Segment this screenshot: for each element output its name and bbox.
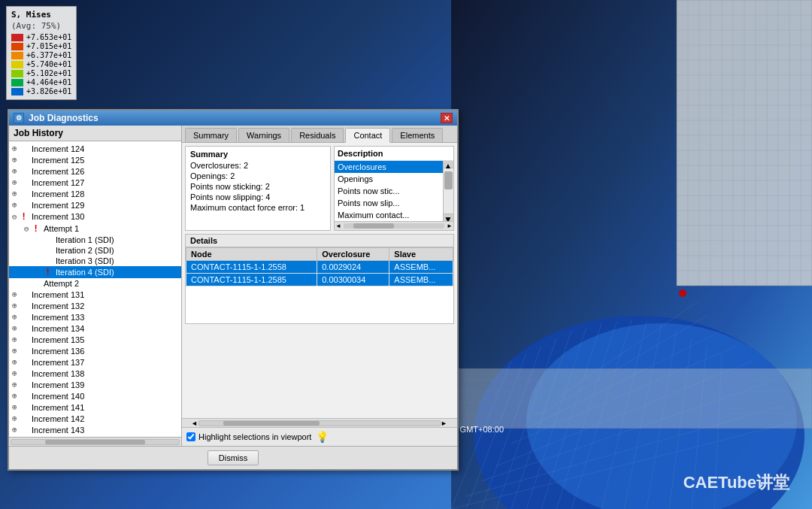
tree-item-iter1[interactable]: Iteration 1 (SDI): [9, 235, 181, 245]
tree-label: Increment 134: [32, 324, 84, 333]
legend-color-swatch: [11, 88, 23, 95]
tree-error-icon: !: [33, 223, 44, 234]
tree-item-iter3[interactable]: Iteration 3 (SDI): [9, 256, 181, 266]
details-cell: CONTACT-1115-1-1.2558: [186, 261, 317, 274]
tree-item-inc142[interactable]: ⊕ Increment 142: [9, 413, 181, 424]
tree-expand-icon[interactable]: ⊕: [12, 380, 21, 389]
tree-expand-icon[interactable]: ⊕: [12, 144, 21, 153]
tree-item-inc125[interactable]: ⊕ Increment 125: [9, 154, 181, 165]
legend-value: +3.826e+01: [26, 87, 71, 95]
tree-item-inc126[interactable]: ⊕ Increment 126: [9, 165, 181, 177]
tree-expand-icon[interactable]: ⊕: [12, 346, 21, 356]
tree-expand-icon[interactable]: ⊕: [12, 323, 21, 333]
tree-horizontal-scrollbar[interactable]: [9, 437, 181, 446]
tree-item-inc137[interactable]: ⊕ Increment 137: [9, 356, 181, 368]
tree-expand-icon[interactable]: ⊕: [12, 425, 21, 435]
tree-label: Iteration 3 (SDI): [56, 256, 114, 265]
details-cell: ASSEMB...: [389, 261, 453, 274]
tree-item-inc143[interactable]: ⊕ Increment 143: [9, 424, 181, 435]
legend-color-swatch: [11, 61, 23, 68]
details-column-header: Slave: [389, 248, 453, 261]
tree-item-att2[interactable]: Attempt 2: [9, 278, 181, 289]
job-history-tree[interactable]: ⊕ Increment 124⊕ Increment 125⊕ Incremen…: [9, 141, 181, 437]
tree-item-inc135[interactable]: ⊕ Increment 135: [9, 334, 181, 345]
tree-item-iter4[interactable]: !Iteration 4 (SDI): [9, 266, 181, 278]
tree-item-inc132[interactable]: ⊕ Increment 132: [9, 300, 181, 311]
tabs-bar: SummaryWarningsResidualsContactElements: [182, 126, 457, 143]
summary-item: Points now sticking: 2: [190, 182, 326, 191]
tree-expand-icon[interactable]: ⊕: [12, 391, 21, 401]
mesh-visualization: [451, 0, 812, 509]
tree-item-inc136[interactable]: ⊕ Increment 136: [9, 345, 181, 356]
legend-value: +6.377e+01: [26, 51, 71, 59]
summary-item: Overclosures: 2: [190, 161, 326, 170]
description-list[interactable]: OverclosuresOpeningsPoints now stic...Po…: [335, 161, 443, 221]
tree-item-inc141[interactable]: ⊕ Increment 141: [9, 401, 181, 413]
highlight-checkbox[interactable]: [186, 432, 195, 441]
tree-expand-icon[interactable]: ⊕: [12, 189, 21, 198]
tree-expand-icon[interactable]: ⊕: [12, 402, 21, 412]
tree-label: Increment 137: [32, 358, 84, 367]
description-item[interactable]: Points now slip...: [335, 197, 443, 209]
tree-item-inc127[interactable]: ⊕ Increment 127: [9, 177, 181, 188]
tree-expand-icon[interactable]: ⊖: [12, 212, 21, 222]
legend-color-swatch: [11, 70, 23, 77]
dialog-close-button[interactable]: ✕: [441, 113, 453, 123]
tree-item-inc130[interactable]: ⊖!Increment 130: [9, 211, 181, 223]
right-panel-horiz-scrollbar[interactable]: ◄ ►: [182, 418, 457, 427]
tree-label: Increment 135: [32, 335, 84, 344]
tree-item-att1[interactable]: ⊖!Attempt 1: [9, 223, 181, 235]
tree-item-inc128[interactable]: ⊕ Increment 128: [9, 188, 181, 199]
tree-expand-icon[interactable]: ⊕: [12, 166, 21, 176]
dismiss-button[interactable]: Dismiss: [208, 450, 259, 465]
tree-item-inc133[interactable]: ⊕ Increment 133: [9, 311, 181, 323]
description-item[interactable]: Maximum contact...: [335, 209, 443, 221]
tree-item-inc139[interactable]: ⊕ Increment 139: [9, 379, 181, 390]
legend-value: +7.653e+01: [26, 33, 71, 41]
tab-residuals[interactable]: Residuals: [291, 128, 344, 142]
tree-expand-icon[interactable]: ⊕: [12, 357, 21, 367]
legend-subtitle: (Avg: 75%): [11, 21, 71, 31]
tab-contact[interactable]: Contact: [345, 128, 390, 143]
tree-expand-icon[interactable]: ⊕: [12, 177, 21, 187]
summary-items: Overclosures: 2Openings: 2Points now sti…: [190, 161, 326, 212]
description-item[interactable]: Overclosures: [335, 161, 443, 173]
details-row[interactable]: CONTACT-1115-1-1.25580.0029024ASSEMB...: [186, 261, 453, 274]
details-row[interactable]: CONTACT-1115-1-1.25850.00300034ASSEMB...: [186, 274, 453, 286]
tab-warnings[interactable]: Warnings: [238, 128, 289, 142]
tree-item-inc131[interactable]: ⊕ Increment 131: [9, 289, 181, 300]
tree-expand-icon[interactable]: ⊕: [12, 155, 21, 165]
tree-expand-icon[interactable]: ⊕: [12, 312, 21, 322]
highlight-label: Highlight selections in viewport: [198, 432, 311, 441]
spacer: [185, 327, 454, 416]
tree-item-inc138[interactable]: ⊕ Increment 138: [9, 368, 181, 379]
summary-title: Summary: [190, 150, 326, 159]
highlight-checkbox-label[interactable]: Highlight selections in viewport: [186, 432, 311, 441]
legend-value: +7.015e+01: [26, 42, 71, 50]
dialog-titlebar[interactable]: ⚙ Job Diagnostics ✕: [9, 111, 457, 126]
description-item[interactable]: Openings: [335, 173, 443, 185]
tree-error-icon: !: [45, 267, 56, 277]
tree-expand-icon[interactable]: ⊕: [12, 200, 21, 210]
description-item[interactable]: Points now stic...: [335, 185, 443, 197]
tree-item-iter2[interactable]: Iteration 2 (SDI): [9, 245, 181, 256]
tab-summary[interactable]: Summary: [185, 128, 237, 142]
legend-color-swatch: [11, 34, 23, 41]
details-cell: 0.00300034: [317, 274, 389, 286]
desc-scrollbar[interactable]: ▲ ▼: [443, 161, 453, 221]
tree-label: Increment 140: [32, 392, 84, 401]
tree-expand-icon[interactable]: ⊕: [12, 368, 21, 378]
tree-item-inc134[interactable]: ⊕ Increment 134: [9, 323, 181, 334]
tree-item-inc140[interactable]: ⊕ Increment 140: [9, 390, 181, 401]
tree-expand-icon[interactable]: ⊕: [12, 414, 21, 423]
tree-item-inc129[interactable]: ⊕ Increment 129: [9, 199, 181, 211]
desc-horiz-scrollbar[interactable]: ◄ ►: [335, 221, 453, 230]
legend-color-swatch: [11, 52, 23, 59]
tree-expand-icon[interactable]: ⊖: [24, 224, 33, 234]
tree-expand-icon[interactable]: ⊕: [12, 335, 21, 344]
tab-elements[interactable]: Elements: [392, 128, 443, 142]
tree-item-inc124[interactable]: ⊕ Increment 124: [9, 143, 181, 154]
right-panel: SummaryWarningsResidualsContactElements …: [182, 126, 457, 446]
tree-expand-icon[interactable]: ⊕: [12, 301, 21, 311]
tree-expand-icon[interactable]: ⊕: [12, 289, 21, 299]
